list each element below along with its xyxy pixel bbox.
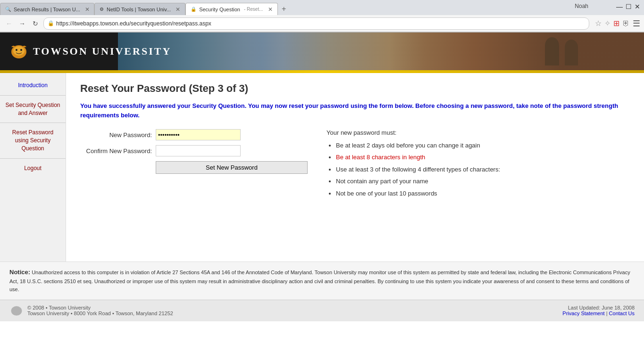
confirm-password-label: Confirm New Password:: [80, 147, 156, 155]
confirm-password-row: Confirm New Password:: [80, 145, 308, 156]
submit-row: Set New Password: [80, 161, 308, 174]
logo-area: TOWSON UNIVERSITY: [9, 43, 171, 60]
requirements-section: Your new password must: Be at least 2 da…: [326, 129, 630, 200]
content-grid: New Password: Confirm New Password: Set …: [80, 129, 630, 200]
svg-point-2: [16, 49, 17, 51]
url-box[interactable]: 🔒 https://itwebapps.towson.edu/securityq…: [43, 17, 589, 30]
refresh-icon[interactable]: ✧: [604, 19, 611, 28]
window-controls: — ☐ ✕: [612, 0, 644, 13]
address-bar: ← → ↻ 🔒 https://itwebapps.towson.edu/sec…: [0, 15, 644, 32]
notice-label: Notice:: [9, 269, 30, 276]
minimize-button[interactable]: —: [616, 3, 623, 10]
page-container: Introduction Set Security Question and A…: [0, 73, 644, 261]
tab-search-results[interactable]: 🔍 Search Results | Towson U... ✕: [0, 3, 94, 15]
footer-logo-icon: [9, 305, 24, 317]
footer-right: Last Updated: June 18, 2008 Privacy Stat…: [562, 305, 635, 316]
req-item-5: Not be one of your last 10 passwords: [336, 188, 630, 199]
tab-label: Search Results | Towson U...: [14, 7, 80, 12]
req-item-2: Be at least 8 characters in length: [336, 152, 630, 163]
menu-icon[interactable]: ☰: [633, 18, 640, 29]
introduction-link[interactable]: Introduction: [18, 82, 48, 89]
shield-icon[interactable]: ⛨: [622, 19, 630, 28]
back-button[interactable]: ←: [4, 18, 14, 29]
tab-close-icon[interactable]: ✕: [85, 6, 90, 13]
footer-last-updated: Last Updated: June 18, 2008: [562, 305, 635, 310]
footer-address: Towson University • 8000 York Road • Tow…: [27, 310, 173, 316]
towson-tiger-logo: [9, 43, 28, 60]
reload-button[interactable]: ↻: [30, 18, 41, 29]
sidebar-item-logout[interactable]: Logout: [0, 161, 66, 176]
forward-button[interactable]: →: [17, 18, 27, 29]
sidebar-item-introduction[interactable]: Introduction: [0, 78, 66, 93]
main-content: Reset Your Password (Step 3 of 3) You ha…: [66, 73, 644, 261]
set-security-link[interactable]: Set Security Question and Answer: [5, 102, 60, 116]
notice-bar: Notice: Unauthorized access to this comp…: [0, 261, 644, 300]
sidebar-divider-1: [0, 95, 66, 96]
bookmark-icon[interactable]: ☆: [595, 19, 602, 28]
tab-favicon: 🔍: [5, 7, 11, 12]
tab-favicon: ⚙: [100, 7, 104, 12]
confirm-password-input[interactable]: [156, 145, 241, 156]
svg-point-4: [11, 306, 22, 316]
sidebar-item-reset-password[interactable]: Reset Password using Security Question: [0, 125, 66, 156]
url-actions: ☆ ✧ ⊞ ⛨ ☰: [595, 18, 640, 29]
tab-security-question[interactable]: 🔒 Security Question - Reset... ✕: [185, 3, 277, 15]
set-new-password-button[interactable]: Set New Password: [156, 161, 308, 174]
url-text: https://itwebapps.towson.edu/securityque…: [56, 20, 585, 27]
close-button[interactable]: ✕: [635, 3, 640, 10]
lock-icon: 🔒: [48, 20, 54, 26]
site-header: TOWSON UNIVERSITY: [0, 33, 644, 70]
svg-point-1: [13, 46, 25, 56]
svg-point-3: [20, 49, 22, 51]
privacy-statement-link[interactable]: Privacy Statement: [562, 310, 604, 316]
tab-close-icon[interactable]: ✕: [176, 6, 180, 13]
site-footer: © 2008 • Towson University Towson Univer…: [0, 300, 644, 321]
logout-link[interactable]: Logout: [24, 165, 42, 172]
req-item-1: Be at least 2 days old before you can ch…: [336, 140, 630, 151]
tab-close-icon[interactable]: ✕: [268, 6, 273, 13]
new-password-label: New Password:: [80, 131, 156, 139]
sidebar: Introduction Set Security Question and A…: [0, 73, 66, 261]
tab-label: NetID Tools | Towson Univ...: [107, 7, 171, 12]
requirements-title: Your new password must:: [326, 129, 630, 136]
requirements-list: Be at least 2 days old before you can ch…: [326, 140, 630, 199]
form-section: New Password: Confirm New Password: Set …: [80, 129, 308, 179]
page-title: Reset Your Password (Step 3 of 3): [80, 82, 630, 95]
sidebar-divider-2: [0, 122, 66, 123]
success-message: You have successfully answered your Secu…: [80, 101, 630, 120]
footer-copyright: © 2008 • Towson University: [27, 305, 173, 310]
sidebar-divider-3: [0, 158, 66, 159]
header-content: TOWSON UNIVERSITY: [0, 43, 181, 60]
new-password-row: New Password:: [80, 129, 308, 140]
new-password-input[interactable]: [156, 129, 241, 140]
sidebar-item-set-security[interactable]: Set Security Question and Answer: [0, 98, 66, 121]
tab-netid-tools[interactable]: ⚙ NetID Tools | Towson Univ... ✕: [94, 3, 185, 15]
req-item-4: Not contain any part of your name: [336, 176, 630, 187]
tab-label: Security Question: [199, 7, 240, 12]
req-item-3: Use at least 3 of the following 4 differ…: [336, 164, 630, 175]
logo-text: TOWSON UNIVERSITY: [33, 45, 171, 57]
reset-password-link[interactable]: Reset Password using Security Question: [12, 129, 53, 152]
maximize-button[interactable]: ☐: [626, 3, 632, 10]
contact-us-link[interactable]: Contact Us: [609, 310, 635, 316]
tab-favicon: 🔒: [191, 7, 196, 12]
tab-bar: 🔍 Search Results | Towson U... ✕ ⚙ NetID…: [0, 0, 644, 15]
browser-chrome: 🔍 Search Results | Towson U... ✕ ⚙ NetID…: [0, 0, 644, 33]
browser-user-label: Noah: [571, 2, 592, 10]
office-icon[interactable]: ⊞: [613, 19, 619, 28]
footer-left: © 2008 • Towson University Towson Univer…: [9, 305, 173, 317]
new-tab-button[interactable]: +: [278, 3, 290, 15]
notice-text: Unauthorized access to this computer is …: [9, 270, 630, 292]
